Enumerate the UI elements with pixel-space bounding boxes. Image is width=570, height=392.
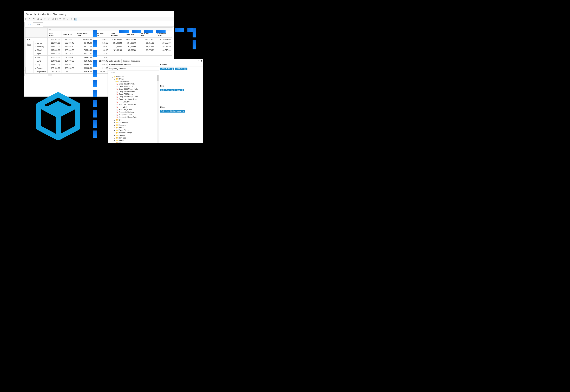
chip-delete-icon[interactable]: 🗑 [181, 89, 183, 91]
data-cell: 81,979.81 [76, 59, 94, 63]
data-cell: 185,698.80 [124, 48, 138, 52]
row-month[interactable]: ▸ July [34, 63, 47, 66]
tab-chart[interactable]: Chart [33, 22, 43, 27]
chip-delete-icon[interactable]: 🗑 [182, 111, 184, 112]
toolbar-export-csv-icon[interactable] [51, 18, 54, 21]
tree-folder[interactable]: ▸📁 Rejects [114, 139, 158, 142]
tree-measure[interactable]: 📊 Floc Live Usage Rate [116, 103, 158, 106]
data-cell: 2,635,800.00 [124, 38, 138, 41]
toolbar-browser-icon[interactable] [74, 18, 77, 21]
dimension-chip[interactable]: Shift - Year (Multiple items) 🗑 [160, 110, 185, 112]
row-month[interactable]: ▸ May [34, 56, 47, 59]
tree-measure[interactable]: 📊 Coag 7606 Delivery [116, 90, 158, 93]
toolbar-sigma-icon[interactable] [70, 18, 73, 21]
tree-measure[interactable]: 📊 Coag 7606 Usage Rate [116, 95, 158, 98]
chip-delete-icon[interactable]: 🗑 [171, 68, 174, 70]
row-area-expand-handle[interactable]: ▸ [24, 67, 26, 73]
data-cell: 185,836.00 [62, 48, 76, 52]
tree-node-measures[interactable]: ◢📁 Measures▸📁 Bypass◢📁 Consumables📊 Coag… [112, 75, 158, 143]
toolbar-open-icon[interactable] [28, 18, 32, 21]
tree-folder[interactable]: ▸📁 Process Settings [114, 131, 158, 134]
tree-measure[interactable]: 📊 Floc Stock [116, 106, 158, 108]
tree-folder[interactable]: ▸📁 Tailings [114, 142, 158, 143]
toolbar-export-pdf-icon[interactable] [55, 18, 58, 21]
dimension-chip[interactable]: Crew - Crew 🗑 [160, 68, 174, 70]
tab-bar: Grid Chart [24, 21, 174, 27]
tree-measure[interactable]: 📊 Floc Usage Rate [116, 108, 158, 111]
toolbar-new-icon[interactable] [25, 18, 28, 21]
table-row: ▸ March149,639.00185,836.0079,554.98133.… [26, 48, 172, 52]
dimension-tree-pane: Cube Dimension Browser Snapshot_Producti… [108, 63, 159, 143]
row-month[interactable]: ▸ January [34, 41, 47, 45]
toolbar-filter-icon[interactable] [62, 18, 66, 21]
data-cell: 121,346.00 [110, 45, 124, 48]
row-month[interactable]: ▸ September [34, 70, 47, 73]
tree-folder[interactable]: ▸📁 Product [114, 134, 158, 137]
tree-measure[interactable]: 📊 Coag 3268 Stock [116, 85, 158, 88]
data-cell: 161,331.00 [110, 48, 124, 52]
tree-measure[interactable]: 📊 Magnetite Stock [116, 113, 158, 116]
data-cell: 89,468.41 [76, 63, 94, 66]
data-cell: 230,686.40 [62, 41, 76, 45]
data-cell: 120,885.80 [156, 41, 172, 45]
panel-collapse-icon[interactable]: ❮ [200, 59, 203, 63]
row-month[interactable]: ▸ August [34, 66, 47, 70]
tree-folder[interactable]: ◢📁 Consumables📊 Coag 3268 Delivery📊 Coag… [114, 80, 158, 119]
tree-measure[interactable]: 📊 Coag 7606 Stock [116, 93, 158, 95]
tree-folder[interactable]: ▸📁 Bypass [114, 78, 158, 80]
data-cell: 58,470.99 [138, 45, 156, 48]
data-cell: 117,958.40 [94, 59, 110, 63]
tree-measure[interactable]: 📊 Coag 3268 Delivery [116, 83, 158, 85]
data-cell [138, 56, 156, 59]
dimension-chip[interactable]: Measures 🗑 [175, 68, 187, 70]
tree-folder[interactable]: ▸📁 Raw Coal [114, 137, 158, 139]
data-cell: 88,778.21 [138, 48, 156, 52]
toolbar-save-icon[interactable] [32, 18, 35, 21]
dimension-chip[interactable]: Shift - Year - Month - Day 🗑 [160, 89, 184, 91]
toolbar-print-icon[interactable] [40, 18, 43, 21]
data-cell: 30,625.00 [76, 70, 94, 73]
tree-measure[interactable]: 📊 Coag Live Usage Rate [116, 98, 158, 100]
tree-folder[interactable]: ▸📁 Power [114, 126, 158, 129]
data-cell: 172,011.00 [47, 63, 62, 66]
tree-measure[interactable]: 📊 Coag 3268 Usage Rate [116, 88, 158, 90]
row-year-2018[interactable]: ▾ 2018 [26, 41, 34, 73]
row-month[interactable]: ▸ June [34, 59, 47, 63]
tree-folder[interactable]: ▸📁 Lab Results [114, 121, 158, 124]
row-year-2017[interactable]: ▸ 2017 [26, 38, 48, 41]
tab-grid[interactable]: Grid [25, 22, 33, 27]
table-row: ▸ April177,641.00219,125.2080,277.41121.… [26, 52, 172, 56]
toolbar-export-excel-icon[interactable]: X [47, 18, 50, 21]
data-cell: 133.40 [94, 48, 110, 52]
data-cell: 116,906.00 [47, 41, 62, 45]
svg-rect-14 [52, 18, 54, 20]
tree-measure[interactable]: 📊 Magnetite Usage Rate [116, 116, 158, 118]
column-drop-zone: Column Crew - Crew 🗑Measures 🗑 [159, 63, 203, 84]
toolbar-cells-icon[interactable] [44, 18, 47, 21]
toolbar-sort-icon[interactable] [59, 18, 62, 21]
data-cell: 162,715.00 [124, 45, 138, 48]
tree-scrollbar[interactable] [157, 75, 159, 143]
row-month[interactable]: ▸ February [34, 45, 47, 48]
tree-folder[interactable]: ▸📁 Measures [114, 124, 158, 126]
column-group-bc: BC [47, 28, 110, 31]
toolbar-pivot-icon[interactable] [66, 18, 69, 21]
tree-measure[interactable]: 📊 Floc Delivery [116, 100, 158, 103]
tree-measure[interactable]: 📊 Magnetite Delivery [116, 111, 158, 113]
chip-delete-icon[interactable]: 🗑 [184, 68, 187, 70]
tree-folder[interactable]: ▸📁 Press Filters [114, 129, 158, 131]
data-cell [156, 52, 172, 56]
data-cell: 45,206.00 [94, 70, 110, 73]
cube-browser-panel: Cube Selector Snapshot_Production ▾ ❮ Cu… [108, 59, 203, 143]
tree-folder[interactable]: ▸📁 CPP [114, 119, 158, 121]
data-cell: 164,698.80 [62, 45, 76, 48]
svg-rect-16 [67, 19, 68, 19]
row-month[interactable]: ▸ March [34, 48, 47, 52]
data-cell [110, 56, 124, 59]
toolbar-grid-icon[interactable] [36, 18, 39, 21]
cube-selector-dropdown-icon[interactable]: ▾ [197, 59, 200, 62]
row-month[interactable]: ▸ April [34, 52, 47, 56]
dimension-search-input[interactable]: Search [109, 71, 158, 74]
data-cell: 1,148,315.00 [62, 38, 76, 41]
cube-selector-value[interactable]: Snapshot_Production [122, 59, 197, 63]
